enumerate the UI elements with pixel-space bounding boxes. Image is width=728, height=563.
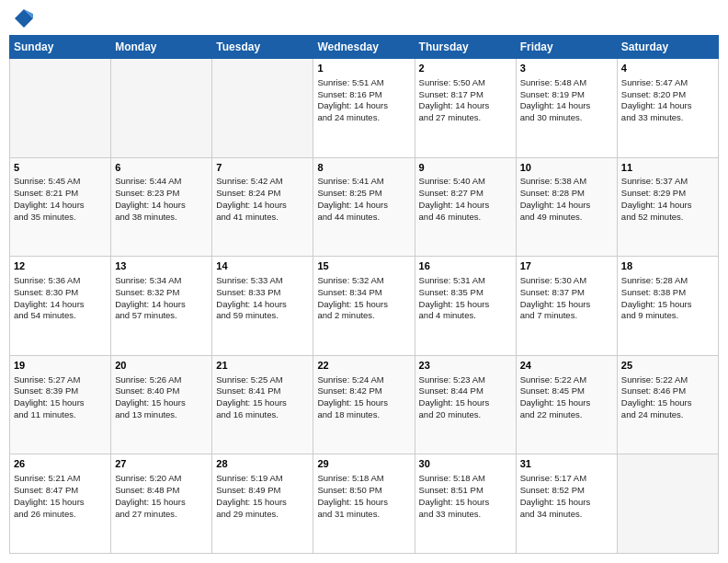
calendar-week-5: 26Sunrise: 5:21 AMSunset: 8:47 PMDayligh… (10, 454, 719, 554)
day-number: 18 (621, 259, 714, 273)
day-number: 27 (115, 457, 208, 471)
page: SundayMondayTuesdayWednesdayThursdayFrid… (0, 0, 728, 563)
day-info: Sunrise: 5:25 AMSunset: 8:41 PMDaylight:… (216, 374, 309, 421)
day-info: Sunrise: 5:24 AMSunset: 8:42 PMDaylight:… (317, 374, 410, 421)
calendar-week-1: 1Sunrise: 5:51 AMSunset: 8:16 PMDaylight… (10, 59, 719, 158)
day-info: Sunrise: 5:48 AMSunset: 8:19 PMDaylight:… (520, 77, 613, 124)
header (9, 9, 719, 28)
calendar-week-3: 12Sunrise: 5:36 AMSunset: 8:30 PMDayligh… (10, 257, 719, 356)
calendar-cell: 8Sunrise: 5:41 AMSunset: 8:25 PMDaylight… (313, 157, 415, 257)
calendar-cell: 27Sunrise: 5:20 AMSunset: 8:48 PMDayligh… (111, 454, 212, 554)
logo (13, 9, 33, 28)
day-number: 6 (115, 161, 208, 175)
day-number: 22 (317, 359, 410, 373)
day-number: 25 (621, 359, 714, 373)
day-info: Sunrise: 5:47 AMSunset: 8:20 PMDaylight:… (621, 77, 714, 124)
day-number: 14 (216, 259, 309, 273)
calendar-cell (111, 59, 212, 158)
calendar-cell: 2Sunrise: 5:50 AMSunset: 8:17 PMDaylight… (415, 59, 516, 158)
calendar-cell (617, 454, 718, 554)
day-number: 4 (621, 62, 714, 75)
day-info: Sunrise: 5:45 AMSunset: 8:21 PMDaylight:… (14, 176, 107, 223)
day-info: Sunrise: 5:26 AMSunset: 8:40 PMDaylight:… (115, 374, 208, 421)
day-info: Sunrise: 5:50 AMSunset: 8:17 PMDaylight:… (419, 77, 512, 124)
calendar-cell: 31Sunrise: 5:17 AMSunset: 8:52 PMDayligh… (516, 454, 617, 554)
calendar-cell: 3Sunrise: 5:48 AMSunset: 8:19 PMDaylight… (516, 59, 617, 158)
calendar-cell: 20Sunrise: 5:26 AMSunset: 8:40 PMDayligh… (111, 355, 212, 454)
calendar-cell: 14Sunrise: 5:33 AMSunset: 8:33 PMDayligh… (212, 257, 313, 356)
day-number: 31 (520, 457, 613, 471)
calendar-cell: 29Sunrise: 5:18 AMSunset: 8:50 PMDayligh… (313, 454, 415, 554)
calendar-cell: 18Sunrise: 5:28 AMSunset: 8:38 PMDayligh… (617, 257, 718, 356)
day-info: Sunrise: 5:34 AMSunset: 8:32 PMDaylight:… (115, 275, 208, 322)
day-number: 20 (115, 359, 208, 373)
day-number: 23 (419, 359, 512, 373)
day-number: 8 (317, 161, 410, 175)
day-info: Sunrise: 5:36 AMSunset: 8:30 PMDaylight:… (14, 275, 107, 322)
day-number: 13 (115, 259, 208, 273)
day-number: 10 (520, 161, 613, 175)
day-info: Sunrise: 5:30 AMSunset: 8:37 PMDaylight:… (520, 275, 613, 322)
calendar-cell: 12Sunrise: 5:36 AMSunset: 8:30 PMDayligh… (10, 257, 111, 356)
calendar-cell: 26Sunrise: 5:21 AMSunset: 8:47 PMDayligh… (10, 454, 111, 554)
calendar-cell: 23Sunrise: 5:23 AMSunset: 8:44 PMDayligh… (415, 355, 516, 454)
day-number: 21 (216, 359, 309, 373)
day-number: 30 (419, 457, 512, 471)
day-info: Sunrise: 5:28 AMSunset: 8:38 PMDaylight:… (621, 275, 714, 322)
calendar: SundayMondayTuesdayWednesdayThursdayFrid… (9, 35, 719, 554)
day-info: Sunrise: 5:44 AMSunset: 8:23 PMDaylight:… (115, 176, 208, 223)
day-number: 3 (520, 62, 613, 75)
day-info: Sunrise: 5:38 AMSunset: 8:28 PMDaylight:… (520, 176, 613, 223)
day-info: Sunrise: 5:18 AMSunset: 8:51 PMDaylight:… (419, 473, 512, 520)
day-number: 2 (419, 62, 512, 75)
calendar-cell: 25Sunrise: 5:22 AMSunset: 8:46 PMDayligh… (617, 355, 718, 454)
calendar-header-tuesday: Tuesday (212, 36, 313, 59)
day-info: Sunrise: 5:31 AMSunset: 8:35 PMDaylight:… (419, 275, 512, 322)
calendar-cell: 11Sunrise: 5:37 AMSunset: 8:29 PMDayligh… (617, 157, 718, 257)
day-info: Sunrise: 5:41 AMSunset: 8:25 PMDaylight:… (317, 176, 410, 223)
day-info: Sunrise: 5:21 AMSunset: 8:47 PMDaylight:… (14, 473, 107, 520)
day-number: 11 (621, 161, 714, 175)
day-number: 19 (14, 359, 107, 373)
day-number: 9 (419, 161, 512, 175)
day-info: Sunrise: 5:37 AMSunset: 8:29 PMDaylight:… (621, 176, 714, 223)
day-number: 5 (14, 161, 107, 175)
calendar-cell: 7Sunrise: 5:42 AMSunset: 8:24 PMDaylight… (212, 157, 313, 257)
logo-icon (15, 9, 33, 28)
calendar-cell: 15Sunrise: 5:32 AMSunset: 8:34 PMDayligh… (313, 257, 415, 356)
calendar-cell: 28Sunrise: 5:19 AMSunset: 8:49 PMDayligh… (212, 454, 313, 554)
day-number: 17 (520, 259, 613, 273)
calendar-cell: 22Sunrise: 5:24 AMSunset: 8:42 PMDayligh… (313, 355, 415, 454)
day-info: Sunrise: 5:40 AMSunset: 8:27 PMDaylight:… (419, 176, 512, 223)
calendar-cell (212, 59, 313, 158)
day-info: Sunrise: 5:42 AMSunset: 8:24 PMDaylight:… (216, 176, 309, 223)
day-info: Sunrise: 5:27 AMSunset: 8:39 PMDaylight:… (14, 374, 107, 421)
day-info: Sunrise: 5:18 AMSunset: 8:50 PMDaylight:… (317, 473, 410, 520)
svg-marker-0 (15, 9, 33, 28)
day-number: 29 (317, 457, 410, 471)
calendar-cell: 16Sunrise: 5:31 AMSunset: 8:35 PMDayligh… (415, 257, 516, 356)
day-info: Sunrise: 5:17 AMSunset: 8:52 PMDaylight:… (520, 473, 613, 520)
day-number: 1 (317, 62, 410, 75)
day-info: Sunrise: 5:22 AMSunset: 8:46 PMDaylight:… (621, 374, 714, 421)
logo-text (13, 9, 33, 28)
calendar-week-4: 19Sunrise: 5:27 AMSunset: 8:39 PMDayligh… (10, 355, 719, 454)
day-info: Sunrise: 5:22 AMSunset: 8:45 PMDaylight:… (520, 374, 613, 421)
calendar-cell (10, 59, 111, 158)
day-info: Sunrise: 5:20 AMSunset: 8:48 PMDaylight:… (115, 473, 208, 520)
day-number: 24 (520, 359, 613, 373)
day-info: Sunrise: 5:19 AMSunset: 8:49 PMDaylight:… (216, 473, 309, 520)
day-info: Sunrise: 5:32 AMSunset: 8:34 PMDaylight:… (317, 275, 410, 322)
calendar-cell: 24Sunrise: 5:22 AMSunset: 8:45 PMDayligh… (516, 355, 617, 454)
calendar-cell: 19Sunrise: 5:27 AMSunset: 8:39 PMDayligh… (10, 355, 111, 454)
day-number: 16 (419, 259, 512, 273)
day-number: 12 (14, 259, 107, 273)
calendar-cell: 9Sunrise: 5:40 AMSunset: 8:27 PMDaylight… (415, 157, 516, 257)
calendar-header-monday: Monday (111, 36, 212, 59)
calendar-header-thursday: Thursday (415, 36, 516, 59)
calendar-cell: 1Sunrise: 5:51 AMSunset: 8:16 PMDaylight… (313, 59, 415, 158)
day-number: 28 (216, 457, 309, 471)
calendar-header-wednesday: Wednesday (313, 36, 415, 59)
day-info: Sunrise: 5:51 AMSunset: 8:16 PMDaylight:… (317, 77, 410, 124)
calendar-cell: 5Sunrise: 5:45 AMSunset: 8:21 PMDaylight… (10, 157, 111, 257)
